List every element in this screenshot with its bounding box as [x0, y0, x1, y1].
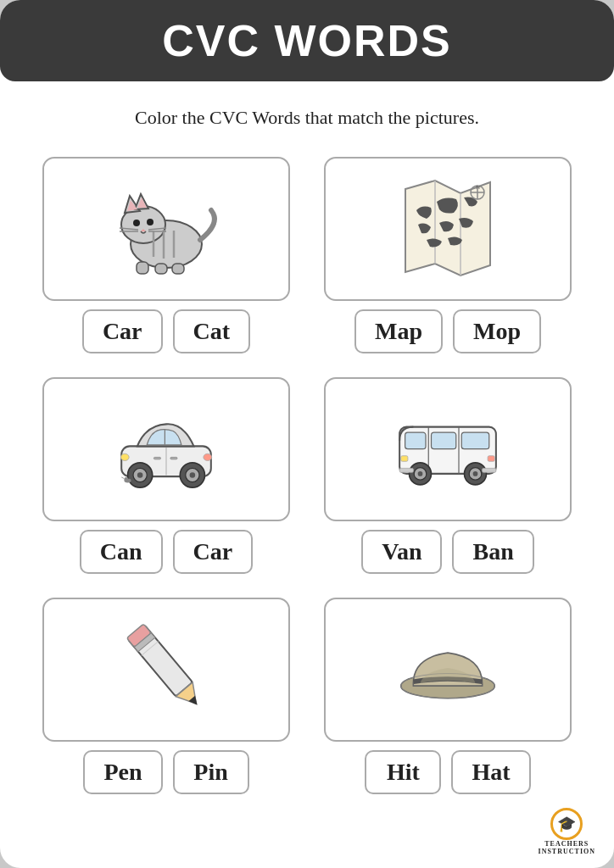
- card-van: Van Ban: [324, 377, 572, 574]
- image-box-hat: [324, 598, 572, 742]
- svg-point-10: [147, 219, 154, 225]
- word-can: Can: [80, 530, 163, 574]
- svg-text:N: N: [476, 184, 480, 191]
- word-row-van: Van Ban: [324, 530, 572, 574]
- svg-line-41: [121, 477, 124, 479]
- word-car: Car: [82, 309, 163, 353]
- svg-point-35: [204, 453, 212, 460]
- svg-point-30: [137, 472, 143, 478]
- word-row-pen: Pen Pin: [42, 750, 290, 794]
- word-ban: Ban: [452, 530, 533, 574]
- word-pen: Pen: [83, 750, 162, 794]
- svg-rect-45: [461, 432, 489, 449]
- word-map: Map: [354, 309, 443, 353]
- svg-rect-56: [399, 468, 413, 472]
- svg-rect-43: [405, 432, 426, 449]
- svg-rect-17: [155, 264, 167, 274]
- subtitle: Color the CVC Words that match the pictu…: [135, 105, 479, 131]
- svg-point-53: [473, 471, 478, 476]
- svg-rect-16: [137, 262, 148, 274]
- page-title: CVC WORDS: [34, 15, 580, 66]
- image-box-pen: [42, 598, 290, 742]
- cards-grid: Car Cat: [0, 148, 614, 803]
- word-car2: Car: [173, 530, 254, 574]
- svg-rect-38: [170, 457, 177, 459]
- watermark-hat-icon: 🎓: [557, 815, 576, 833]
- card-map: N Map Mop: [324, 157, 572, 353]
- word-mop: Mop: [453, 309, 541, 353]
- watermark-logo: 🎓: [550, 808, 583, 840]
- header: CVC WORDS: [0, 0, 614, 81]
- image-box-map: N: [324, 157, 572, 301]
- watermark: 🎓 TEACHERS INSTRUCTION: [539, 808, 595, 856]
- van-icon: [393, 392, 503, 506]
- word-cat: Cat: [173, 309, 251, 353]
- car-icon: [111, 392, 221, 506]
- word-van: Van: [361, 530, 442, 574]
- watermark-text: TEACHERS INSTRUCTION: [539, 840, 595, 856]
- card-pen: Pen Pin: [42, 598, 290, 794]
- word-hit: Hit: [365, 750, 441, 794]
- svg-rect-54: [401, 456, 408, 462]
- word-row-map: Map Mop: [324, 309, 572, 353]
- hat-icon: [393, 613, 503, 726]
- svg-rect-18: [172, 264, 184, 274]
- cat-icon: [111, 172, 221, 286]
- svg-rect-37: [154, 457, 160, 459]
- pen-icon: [111, 613, 221, 726]
- svg-point-33: [190, 472, 196, 478]
- card-cat: Car Cat: [42, 157, 290, 353]
- word-row-hat: Hit Hat: [324, 750, 572, 794]
- word-hat: Hat: [451, 750, 530, 794]
- map-icon: N: [393, 172, 503, 286]
- svg-rect-44: [432, 432, 456, 449]
- svg-point-9: [133, 220, 140, 226]
- image-box-cat: [42, 157, 290, 301]
- card-hat: Hit Hat: [324, 598, 572, 794]
- image-box-van: [324, 377, 572, 521]
- card-car: Can Car: [42, 377, 290, 574]
- word-row-car2: Can Car: [42, 530, 290, 574]
- word-pin: Pin: [173, 750, 249, 794]
- svg-rect-55: [488, 456, 494, 462]
- svg-point-40: [124, 477, 128, 481]
- svg-point-34: [120, 453, 129, 460]
- image-box-car: [42, 377, 290, 521]
- word-row-cat: Car Cat: [42, 309, 290, 353]
- svg-rect-57: [483, 468, 496, 472]
- svg-point-50: [418, 471, 423, 476]
- page: CVC WORDS Color the CVC Words that match…: [0, 0, 614, 868]
